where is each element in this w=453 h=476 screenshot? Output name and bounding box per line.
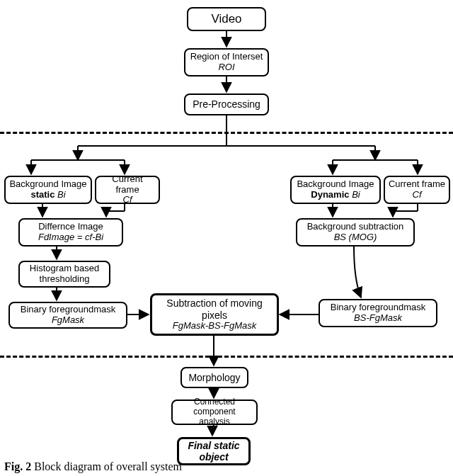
sublabel: BS-FgMask (354, 313, 402, 324)
diagram-canvas: Video Region of Interset ROI Pre-Process… (0, 0, 453, 476)
box-morphology: Morphology (180, 367, 248, 388)
label1: Connected component (176, 397, 253, 417)
box-fgmask-left: Binary foregroundmask FgMask (8, 302, 127, 329)
label2: analysis (199, 417, 229, 427)
box-fgmask-right: Binary foregroundmask BS-FgMask (319, 299, 437, 327)
label: Background Image (9, 179, 86, 190)
label2: object (199, 451, 228, 463)
box-roi: Region of Interset ROI (184, 48, 269, 76)
box-difference-image: Differnce Image FdImage = cf-Bi (18, 218, 123, 246)
tagline: static Bi (30, 190, 65, 200)
label: Background Image (297, 179, 374, 190)
label: Current frame (99, 174, 156, 196)
box-current-frame-right: Current frame Cf (384, 176, 450, 204)
sublabel: Cf (413, 190, 422, 200)
label: Differnce Image (38, 222, 103, 232)
box-current-frame-left: Current frame Cf (95, 176, 160, 204)
sym: Bi (352, 189, 360, 200)
label2: pixels (202, 310, 227, 321)
figure-caption: Fig. 2 Block diagram of overall system (4, 460, 182, 473)
tag: Dynamic (311, 189, 349, 200)
sublabel: FgMask (52, 315, 84, 326)
sublabel: ROI (218, 62, 234, 73)
label: Pre-Processing (193, 98, 260, 110)
box-video: Video (187, 7, 266, 31)
tag: static (30, 189, 55, 200)
box-final-static-object: Final static object (177, 437, 251, 465)
separator-top (0, 132, 453, 134)
sym: Bi (57, 189, 66, 200)
label: Binary foregroundmask (331, 302, 425, 313)
label: Current frame (389, 179, 445, 190)
sublabel: BS (MOG) (334, 232, 377, 243)
box-preprocessing: Pre-Processing (184, 94, 269, 115)
box-subtraction-moving: Subtraction of moving pixels FgMask-BS-F… (150, 293, 279, 336)
box-histogram-threshold: Histogram based thresholding (18, 261, 110, 288)
label2: thresholding (40, 274, 90, 285)
box-bg-dynamic: Background Image Dynamic Bi (290, 176, 381, 204)
label: Region of Interset (190, 52, 263, 62)
caption-text: Block diagram of overall system (31, 460, 182, 472)
caption-fig: Fig. 2 (4, 460, 31, 472)
separator-bottom (0, 356, 453, 358)
label: Binary foregroundmask (21, 305, 115, 315)
label1: Subtraction of moving (166, 298, 262, 309)
box-cca: Connected component analysis (171, 400, 258, 425)
label: Background subtraction (307, 222, 404, 232)
sublabel: FdImage = cf-Bi (38, 232, 103, 243)
tagline: Dynamic Bi (311, 190, 360, 200)
label: Video (211, 12, 241, 26)
label1: Final static (188, 440, 239, 451)
box-bg-static: Background Image static Bi (4, 176, 92, 204)
label: Morphology (188, 372, 240, 383)
sublabel: Cf (123, 195, 132, 205)
box-bs-mog: Background subtraction BS (MOG) (296, 218, 415, 246)
sublabel: FgMask-BS-FgMask (173, 321, 256, 332)
label: Histogram based (30, 264, 99, 274)
